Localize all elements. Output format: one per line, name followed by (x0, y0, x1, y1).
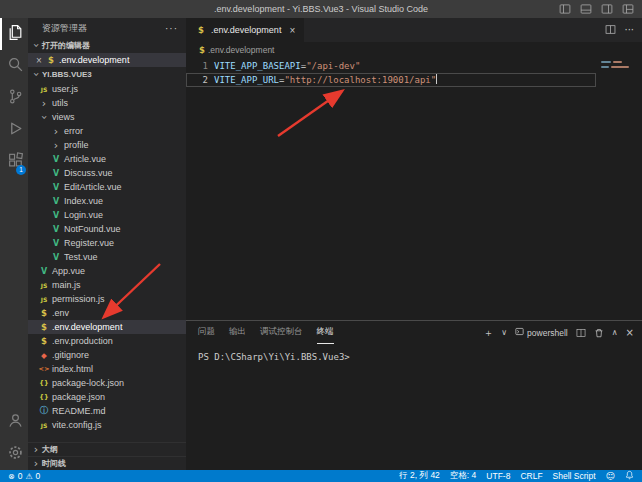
tab-close-icon[interactable]: × (289, 25, 295, 36)
panel-tab-输出[interactable]: 输出 (229, 321, 246, 344)
new-terminal-icon[interactable]: ＋ (483, 328, 493, 338)
env-file-icon: $ (195, 25, 207, 35)
line-number: 1 (186, 59, 214, 73)
tree-item-label: .env.production (52, 336, 113, 346)
code-editor[interactable]: 1VITE_APP_BASEAPI="/api-dev"2VITE_APP_UR… (186, 57, 642, 320)
close-editor-icon[interactable]: × (33, 55, 45, 66)
chevron-right-icon: › (50, 139, 62, 152)
tree-item-label: EditArticle.vue (64, 182, 122, 192)
tree-item-App.vue[interactable]: VApp.vue (28, 264, 186, 278)
terminal[interactable]: PS D:\CSharp\Yi\Yi.BBS.Vue3> (186, 344, 642, 362)
activity-source-control[interactable] (0, 82, 28, 114)
tree-item-Register.vue[interactable]: VRegister.vue (28, 236, 186, 250)
terminal-profile[interactable]: powershell (515, 327, 568, 338)
tree-item-main.js[interactable]: JSmain.js (28, 278, 186, 292)
warning-count: 0 (36, 471, 41, 481)
project-root-header[interactable]: › YI.BBS.VUE3 (28, 67, 186, 82)
panel-tab-终端[interactable]: 终端 (317, 321, 334, 344)
settings-gear-icon[interactable] (0, 436, 28, 468)
feedback-smiley-icon[interactable]: ☺ (606, 471, 615, 481)
vue-file-icon: V (50, 225, 62, 234)
tree-item-profile[interactable]: ›profile (28, 138, 186, 152)
tree-item-vite.config.js[interactable]: JSvite.config.js (28, 418, 186, 432)
toggle-secondary-sidebar-icon[interactable] (601, 3, 613, 15)
explorer-more-actions-icon[interactable]: ··· (165, 23, 178, 34)
sidebar-section-时间线[interactable]: ›时间线 (28, 456, 186, 470)
tree-item-Login.vue[interactable]: VLogin.vue (28, 208, 186, 222)
tree-item-package-lock.json[interactable]: {}package-lock.json (28, 376, 186, 390)
activity-extensions[interactable]: 1 (0, 146, 28, 178)
tree-item-utils[interactable]: ›utils (28, 96, 186, 110)
customize-layout-icon[interactable] (622, 3, 634, 15)
activity-run-debug[interactable] (0, 114, 28, 146)
toggle-panel-icon[interactable] (580, 3, 592, 15)
tree-item-.env.development[interactable]: $.env.development (28, 320, 186, 334)
close-panel-icon[interactable]: × (626, 328, 634, 338)
chevron-down-icon: › (30, 40, 43, 52)
status-item-CRLF[interactable]: CRLF (520, 471, 542, 481)
editor-region: $ .env.development × ··· $ .env.developm… (186, 18, 642, 470)
minimap[interactable] (598, 57, 642, 320)
tree-item-label: Test.vue (64, 252, 98, 262)
minimap-line (601, 66, 639, 68)
status-item-空格: 4[interactable]: 空格: 4 (450, 470, 476, 482)
terminal-dropdown-icon[interactable]: ∨ (501, 329, 507, 337)
maximize-panel-icon[interactable]: ∧ (612, 329, 618, 337)
activity-search[interactable] (0, 50, 28, 82)
tree-item-label: vite.config.js (52, 420, 102, 430)
tree-item-.env[interactable]: $.env (28, 306, 186, 320)
env-file-icon: $ (196, 45, 208, 55)
tree-item-label: .gitignore (52, 350, 89, 360)
kill-terminal-icon[interactable] (594, 324, 604, 342)
token-var: VITE_APP_BASEAPI (214, 61, 301, 71)
split-editor-icon[interactable] (605, 21, 616, 39)
notifications-bell-icon[interactable] (625, 470, 634, 482)
tree-item-Index.vue[interactable]: VIndex.vue (28, 194, 186, 208)
chevron-down-icon: › (30, 69, 43, 81)
chevron-right-icon: › (30, 443, 42, 456)
tab-env-development[interactable]: $ .env.development × (186, 18, 304, 42)
tree-item-EditArticle.vue[interactable]: VEditArticle.vue (28, 180, 186, 194)
status-item-Shell Script[interactable]: Shell Script (553, 471, 596, 481)
tree-item-Discuss.vue[interactable]: VDiscuss.vue (28, 166, 186, 180)
tree-item-views[interactable]: ›views (28, 110, 186, 124)
tree-item-label: NotFound.vue (64, 224, 121, 234)
tree-item-user.js[interactable]: JSuser.js (28, 82, 186, 96)
tree-item-label: utils (52, 98, 68, 108)
panel-tab-调试控制台[interactable]: 调试控制台 (260, 321, 303, 344)
panel-tab-问题[interactable]: 问题 (198, 321, 215, 344)
tree-item-.env.production[interactable]: $.env.production (28, 334, 186, 348)
env-file-icon: $ (38, 308, 50, 318)
json-file-icon: {} (38, 379, 50, 387)
tree-item-NotFound.vue[interactable]: VNotFound.vue (28, 222, 186, 236)
titlebar: .env.development - Yi.BBS.Vue3 - Visual … (0, 0, 642, 18)
js-file-icon: JS (38, 86, 50, 93)
sidebar-title: 资源管理器 (42, 22, 87, 35)
breadcrumb[interactable]: $ .env.development (186, 42, 642, 57)
open-editors-header[interactable]: › 打开的编辑器 (28, 38, 186, 53)
tree-item-README.md[interactable]: ⓘREADME.md (28, 404, 186, 418)
tree-item-Test.vue[interactable]: VTest.vue (28, 250, 186, 264)
vue-file-icon: V (50, 183, 62, 192)
tree-item-label: error (64, 126, 83, 136)
open-editor-.env.development[interactable]: ×$.env.development (28, 53, 186, 67)
tree-item-permission.js[interactable]: JSpermission.js (28, 292, 186, 306)
activity-explorer[interactable] (0, 18, 28, 50)
status-item-行 2, 列 42[interactable]: 行 2, 列 42 (399, 470, 440, 482)
code-line-2[interactable]: 2VITE_APP_URL="http://localhost:19001/ap… (186, 73, 596, 87)
tree-item-.gitignore[interactable]: ◆.gitignore (28, 348, 186, 362)
code-line-1[interactable]: 1VITE_APP_BASEAPI="/api-dev" (186, 59, 596, 73)
toggle-sidebar-icon[interactable] (559, 3, 571, 15)
sidebar-section-大纲[interactable]: ›大纲 (28, 442, 186, 456)
tree-item-label: App.vue (52, 266, 85, 276)
problems-indicator[interactable]: ⊗ 0 ⚠ 0 (8, 471, 40, 481)
env-file-icon: $ (38, 322, 50, 332)
account-icon[interactable] (0, 404, 28, 436)
split-terminal-icon[interactable] (576, 324, 586, 342)
editor-more-actions-icon[interactable]: ··· (624, 25, 634, 35)
tree-item-Article.vue[interactable]: VArticle.vue (28, 152, 186, 166)
tree-item-error[interactable]: ›error (28, 124, 186, 138)
tree-item-index.html[interactable]: <>index.html (28, 362, 186, 376)
tree-item-package.json[interactable]: {}package.json (28, 390, 186, 404)
status-item-UTF-8[interactable]: UTF-8 (486, 471, 510, 481)
